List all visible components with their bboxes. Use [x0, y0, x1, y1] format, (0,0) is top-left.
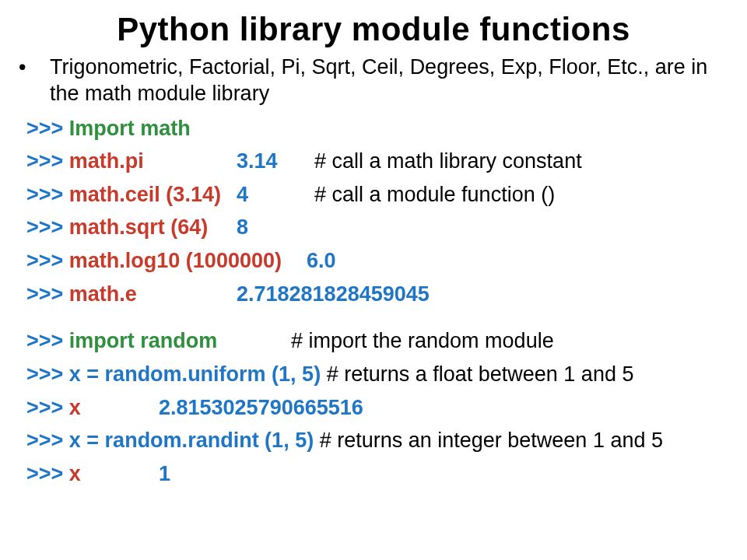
result-value: 2.718281828459045	[237, 278, 430, 311]
result-value: 8	[237, 211, 248, 244]
repl-prompt: >>>	[26, 362, 63, 386]
repl-prompt: >>>	[26, 183, 63, 206]
code-line: >>> math.log10 (1000000)6.0	[26, 244, 721, 278]
repl-prompt: >>>	[26, 149, 63, 173]
code-block: >>> Import math>>> math.pi3.14# call a m…	[26, 112, 721, 491]
comment: # call a module function ()	[314, 178, 555, 212]
code-line: >>> math.e2.718281828459045	[26, 278, 721, 311]
result-value: 3.14	[237, 145, 278, 178]
code-expression: x = random.uniform (1, 5)	[69, 362, 321, 386]
repl-prompt: >>>	[26, 429, 63, 452]
code-expression: x	[69, 396, 81, 419]
code-line: >>> x1	[26, 457, 721, 491]
code-line: >>> x2.8153025790665516	[26, 391, 721, 425]
result-value: 6.0	[307, 244, 336, 278]
code-expression: x = random.randint (1, 5)	[69, 429, 314, 452]
code-expression: math.ceil (3.14)	[69, 183, 221, 206]
comment: # returns an integer between 1 and 5	[320, 429, 663, 452]
code-line: >>> x = random.randint (1, 5) # returns …	[26, 424, 721, 457]
result-value: 1	[159, 457, 170, 491]
result-value: 2.8153025790665516	[159, 391, 363, 425]
code-line: >>> x = random.uniform (1, 5) # returns …	[26, 358, 721, 391]
result-value: 4	[237, 178, 248, 212]
code-expression: Import math	[69, 117, 191, 140]
code-expression: x	[69, 462, 81, 485]
intro-paragraph: •Trigonometric, Factorial, Pi, Sqrt, Cei…	[26, 54, 721, 107]
repl-prompt: >>>	[26, 215, 63, 239]
code-line: >>> math.pi3.14# call a math library con…	[26, 145, 721, 178]
slide-title: Python library module functions	[26, 11, 721, 48]
repl-prompt: >>>	[26, 282, 63, 306]
code-expression: math.log10 (1000000)	[69, 249, 282, 272]
code-line: >>> math.sqrt (64)8	[26, 211, 721, 244]
bullet-icon: •	[34, 54, 50, 81]
repl-prompt: >>>	[26, 117, 63, 140]
repl-prompt: >>>	[26, 396, 63, 419]
code-expression: import random	[69, 329, 218, 352]
code-line: >>> Import math	[26, 112, 721, 145]
repl-prompt: >>>	[26, 249, 63, 272]
code-line: >>> math.ceil (3.14)4# call a module fun…	[26, 178, 721, 212]
blank-line	[26, 310, 721, 324]
repl-prompt: >>>	[26, 329, 63, 352]
code-expression: math.e	[69, 282, 137, 306]
code-expression: math.pi	[69, 149, 144, 173]
comment: # returns a float between 1 and 5	[327, 362, 634, 386]
comment: # import the random module	[291, 324, 554, 358]
code-expression: math.sqrt (64)	[69, 215, 209, 239]
slide: Python library module functions •Trigono…	[0, 0, 747, 560]
intro-text: Trigonometric, Factorial, Pi, Sqrt, Ceil…	[50, 55, 707, 105]
repl-prompt: >>>	[26, 462, 63, 485]
code-line: >>> import random# import the random mod…	[26, 324, 721, 358]
comment: # call a math library constant	[314, 145, 582, 178]
